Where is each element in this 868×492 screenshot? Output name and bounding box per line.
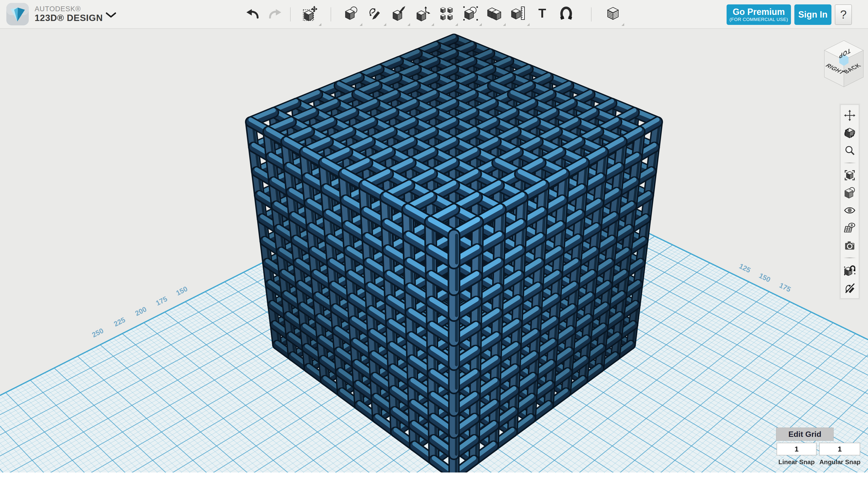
pan-icon[interactable] [844, 110, 855, 121]
zoom-icon[interactable] [844, 145, 855, 156]
measure-icon[interactable] [510, 6, 526, 22]
app-window: AUTODESK® 123D® DESIGN [0, 0, 868, 492]
navigation-toolbar [840, 104, 859, 299]
toolbar-separator [843, 163, 856, 163]
main-tools: T [343, 6, 574, 22]
dropdown-caret-icon [431, 23, 434, 26]
app-menu-chevron-icon[interactable] [105, 12, 116, 20]
toolbar-separator [290, 7, 291, 22]
angular-snap-label: Angular Snap [814, 458, 866, 466]
move-tool-icon[interactable] [303, 6, 318, 22]
sketch-icon[interactable] [367, 6, 383, 22]
dropdown-caret-icon [319, 23, 321, 26]
orbit-icon[interactable] [844, 127, 855, 139]
primitives-icon[interactable] [343, 6, 359, 22]
dropdown-caret-icon [384, 23, 386, 26]
transform-icon[interactable] [415, 6, 430, 22]
text-icon[interactable]: T [534, 6, 550, 22]
combine-icon[interactable] [486, 6, 502, 22]
3d-print-icon[interactable] [605, 6, 621, 22]
linear-snap-input[interactable] [777, 443, 817, 456]
toolbar-separator [331, 7, 331, 22]
dropdown-caret-icon [527, 23, 530, 26]
hide-sketches-icon[interactable] [844, 282, 855, 293]
view-cube[interactable]: TOP RIGHT BACK [819, 39, 868, 95]
text-tool-glyph: T [538, 6, 546, 20]
go-premium-sublabel: (FOR COMMERCIAL USE) [727, 17, 791, 22]
snap-icon[interactable] [558, 6, 574, 22]
go-premium-button[interactable]: Go Premium (FOR COMMERCIAL USE) [727, 4, 791, 25]
undo-icon[interactable] [244, 5, 261, 22]
help-button[interactable]: ? [835, 4, 852, 25]
pattern-icon[interactable] [439, 6, 454, 22]
screenshot-icon[interactable] [844, 240, 855, 251]
toolbar-separator [591, 7, 591, 22]
product-name: 123D® DESIGN [35, 13, 103, 23]
dropdown-caret-icon [407, 23, 410, 26]
go-premium-label: Go Premium [727, 7, 791, 17]
brand-text: AUTODESK® 123D® DESIGN [35, 5, 103, 23]
sign-in-button[interactable]: Sign In [794, 4, 832, 25]
vendor-name: AUTODESK® [35, 5, 103, 13]
top-toolbar: AUTODESK® 123D® DESIGN [0, 0, 868, 29]
viewport-3d-canvas[interactable] [0, 29, 868, 472]
angular-snap-input[interactable] [819, 443, 860, 456]
visibility-icon[interactable] [844, 205, 855, 216]
group-icon[interactable] [463, 6, 478, 22]
app-logo-icon[interactable] [6, 2, 29, 26]
dropdown-caret-icon [503, 23, 506, 26]
show-solids-icon[interactable] [844, 187, 855, 198]
redo-icon[interactable] [266, 5, 283, 22]
dropdown-caret-icon [360, 23, 362, 26]
zoom-fit-icon[interactable] [844, 170, 855, 181]
dropdown-caret-icon [622, 23, 624, 26]
toolbar-separator [843, 257, 856, 258]
dropdown-caret-icon [479, 23, 482, 26]
edit-grid-button[interactable]: Edit Grid [776, 427, 834, 441]
snap-toggle-icon[interactable] [844, 265, 855, 276]
show-grid-icon[interactable] [844, 222, 855, 233]
construct-icon[interactable] [391, 6, 407, 22]
dropdown-caret-icon [455, 23, 458, 26]
